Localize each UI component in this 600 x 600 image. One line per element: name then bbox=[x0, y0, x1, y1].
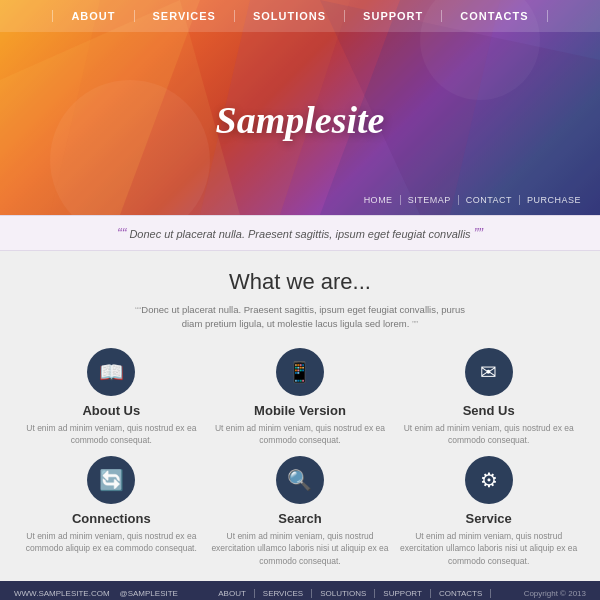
hero-link-purchase[interactable]: PURCHASE bbox=[520, 195, 588, 205]
mail-icon: ✉ bbox=[465, 348, 513, 396]
footer-nav-contacts[interactable]: CONTACTS bbox=[431, 589, 491, 598]
quote-text: Donec ut placerat nulla. Praesent sagitt… bbox=[129, 228, 470, 240]
feature-grid: 📖 About Us Ut enim ad minim veniam, quis… bbox=[20, 348, 580, 568]
feature-sendus-desc: Ut enim ad minim veniam, quis nostrud ex… bbox=[397, 422, 580, 447]
hero-section: Samplesite HOME SITEMAP CONTACT PURCHASE bbox=[0, 0, 600, 215]
footer-nav-about[interactable]: ABOUT bbox=[210, 589, 255, 598]
footer-copyright: Copyright © 2013 bbox=[524, 589, 586, 598]
feature-connections-title: Connections bbox=[72, 511, 151, 526]
feature-connections-desc: Ut enim ad minim veniam, quis nostrud ex… bbox=[20, 530, 203, 555]
search-icon: 🔍 bbox=[276, 456, 324, 504]
hero-title: Samplesite bbox=[216, 98, 385, 142]
connections-icon: 🔄 bbox=[87, 456, 135, 504]
footer: WWW.SAMPLESITE.COM @SAMPLESITE ABOUT SER… bbox=[0, 581, 600, 600]
section-description: Donec ut placerat nulla. Praesent sagitt… bbox=[130, 303, 470, 332]
service-icon: ⚙ bbox=[465, 456, 513, 504]
main-content: What we are... Donec ut placerat nulla. … bbox=[0, 251, 600, 581]
top-navigation: ABOUT SERVICES SOLUTIONS SUPPORT CONTACT… bbox=[0, 0, 600, 32]
quote-band: Donec ut placerat nulla. Praesent sagitt… bbox=[0, 215, 600, 251]
section-title: What we are... bbox=[20, 269, 580, 295]
nav-solutions[interactable]: SOLUTIONS bbox=[235, 10, 345, 22]
feature-about: 📖 About Us Ut enim ad minim veniam, quis… bbox=[20, 348, 203, 447]
footer-nav: ABOUT SERVICES SOLUTIONS SUPPORT CONTACT… bbox=[210, 589, 491, 598]
feature-sendus-title: Send Us bbox=[463, 403, 515, 418]
feature-search: 🔍 Search Ut enim ad minim veniam, quis n… bbox=[209, 456, 392, 567]
feature-mobile: 📱 Mobile Version Ut enim ad minim veniam… bbox=[209, 348, 392, 447]
nav-about[interactable]: ABOUT bbox=[52, 10, 134, 22]
feature-sendus: ✉ Send Us Ut enim ad minim veniam, quis … bbox=[397, 348, 580, 447]
book-icon: 📖 bbox=[87, 348, 135, 396]
feature-connections: 🔄 Connections Ut enim ad minim veniam, q… bbox=[20, 456, 203, 567]
footer-social[interactable]: @SAMPLESITE bbox=[120, 589, 178, 598]
nav-support[interactable]: SUPPORT bbox=[345, 10, 442, 22]
feature-service: ⚙ Service Ut enim ad minim veniam, quis … bbox=[397, 456, 580, 567]
footer-nav-services[interactable]: SERVICES bbox=[255, 589, 312, 598]
feature-search-desc: Ut enim ad minim veniam, quis nostrud ex… bbox=[209, 530, 392, 567]
feature-service-desc: Ut enim ad minim veniam, quis nostrud ex… bbox=[397, 530, 580, 567]
mobile-icon: 📱 bbox=[276, 348, 324, 396]
feature-mobile-desc: Ut enim ad minim veniam, quis nostrud ex… bbox=[209, 422, 392, 447]
feature-service-title: Service bbox=[466, 511, 512, 526]
nav-services[interactable]: SERVICES bbox=[135, 10, 235, 22]
feature-search-title: Search bbox=[278, 511, 321, 526]
nav-contacts[interactable]: CONTACTS bbox=[442, 10, 547, 22]
hero-secondary-nav: HOME SITEMAP CONTACT PURCHASE bbox=[357, 195, 588, 205]
hero-link-home[interactable]: HOME bbox=[357, 195, 401, 205]
feature-mobile-title: Mobile Version bbox=[254, 403, 346, 418]
hero-link-contact[interactable]: CONTACT bbox=[459, 195, 520, 205]
feature-about-desc: Ut enim ad minim veniam, quis nostrud ex… bbox=[20, 422, 203, 447]
footer-site[interactable]: WWW.SAMPLESITE.COM bbox=[14, 589, 110, 598]
feature-about-title: About Us bbox=[82, 403, 140, 418]
footer-nav-support[interactable]: SUPPORT bbox=[375, 589, 431, 598]
footer-left: WWW.SAMPLESITE.COM @SAMPLESITE bbox=[14, 589, 178, 598]
footer-nav-solutions[interactable]: SOLUTIONS bbox=[312, 589, 375, 598]
hero-link-sitemap[interactable]: SITEMAP bbox=[401, 195, 459, 205]
